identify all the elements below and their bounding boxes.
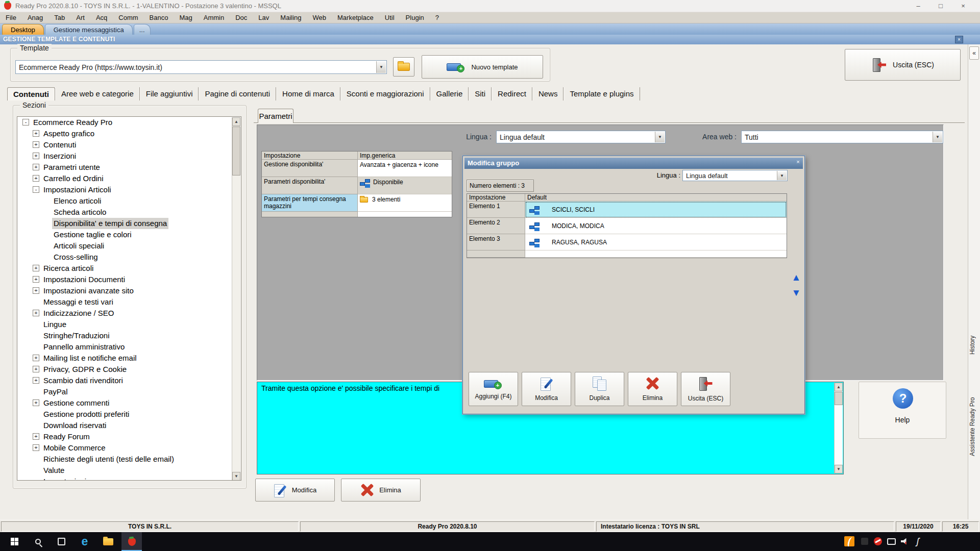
element-row-1[interactable]: Elemento 1SCICLI, SCICLI <box>467 202 787 218</box>
tab-news[interactable]: News <box>532 87 564 101</box>
side-tab-assistente[interactable]: Assistente Ready Pro <box>969 364 979 489</box>
menu-help[interactable]: ? <box>430 12 445 23</box>
expand-icon[interactable]: + <box>33 164 39 170</box>
tree-item-gestione-prodotti-preferiti[interactable]: Gestione prodotti preferiti <box>17 409 241 420</box>
elimina-button[interactable]: Elimina <box>341 479 421 502</box>
setting-value-cell[interactable]: 3 elementi <box>358 194 452 212</box>
tab-aree-web-e-categorie[interactable]: Aree web e categorie <box>55 87 140 101</box>
tree-item-impostazioni-documenti[interactable]: +Impostazioni Documenti <box>17 274 241 285</box>
tray-display-icon[interactable] <box>885 535 897 547</box>
tree-item-paypal[interactable]: PayPal <box>17 386 241 397</box>
dialog-titlebar[interactable]: Modifica gruppo <box>464 158 803 169</box>
info-scrollbar-thumb[interactable] <box>835 392 843 405</box>
area-web-select[interactable]: Tutti ▼ <box>741 131 943 143</box>
menu-lav[interactable]: Lav <box>253 12 275 23</box>
chevron-down-icon[interactable]: ▼ <box>655 132 665 142</box>
menu-comm[interactable]: Comm <box>113 12 143 23</box>
exit-button[interactable]: Uscita (ESC) <box>845 49 961 81</box>
maximize-button[interactable]: □ <box>930 0 951 12</box>
lingua-select[interactable]: Lingua default ▼ <box>496 131 666 143</box>
mdi-tab-desktop[interactable]: Desktop <box>2 24 44 35</box>
collapse-icon[interactable]: - <box>22 119 29 126</box>
menu-file[interactable]: File <box>0 12 22 23</box>
tree-scrollbar-thumb[interactable] <box>232 127 240 176</box>
expand-icon[interactable]: + <box>33 377 39 384</box>
tree-item-gestione-commenti[interactable]: +Gestione commenti <box>17 397 241 409</box>
tree-item-carrello-ed-ordini[interactable]: +Carrello ed Ordini <box>17 173 241 184</box>
scroll-up-icon[interactable]: ▲ <box>835 383 843 391</box>
tree-item-impostazioni-avanzate-sito[interactable]: +Impostazioni avanzate sito <box>17 285 241 296</box>
tree-item-elenco-articoli[interactable]: Elenco articoli <box>17 195 241 207</box>
tree-item-impostazioni[interactable]: Impostazioni <box>17 476 241 481</box>
expand-icon[interactable]: + <box>33 310 39 316</box>
tree-item-ready-forum[interactable]: +Ready Forum <box>17 431 241 442</box>
menu-anag[interactable]: Anag <box>22 12 48 23</box>
menu-mailing[interactable]: Mailing <box>275 12 307 23</box>
tray-background-app-icon[interactable] <box>859 535 871 547</box>
menu-acq[interactable]: Acq <box>90 12 113 23</box>
menu-web[interactable]: Web <box>307 12 332 23</box>
taskbar-start-button[interactable] <box>4 532 24 551</box>
tab-sconti-e-maggiorazioni[interactable]: Sconti e maggiorazioni <box>340 87 430 101</box>
settings-row-parametri-disponibilita[interactable]: Parametri disponibilita'Disponibile <box>262 177 452 194</box>
setting-value-cell[interactable]: Disponibile <box>358 177 452 194</box>
taskbar-task-view-button[interactable] <box>51 532 71 551</box>
tree-item-articoli-speciali[interactable]: Articoli speciali <box>17 240 241 252</box>
tree-item-scambio-dati-rivenditori[interactable]: +Scambio dati rivenditori <box>17 375 241 386</box>
tree-item-ecommerce-ready-pro[interactable]: -Ecommerce Ready Pro <box>17 117 241 128</box>
tree-item-messaggi-e-testi-vari[interactable]: Messaggi e testi vari <box>17 296 241 308</box>
open-template-folder-button[interactable] <box>393 57 414 77</box>
tab-redirect[interactable]: Redirect <box>492 87 532 101</box>
tab-gallerie[interactable]: Gallerie <box>430 87 469 101</box>
tree-item-valute[interactable]: Valute <box>17 465 241 476</box>
element-value-cell[interactable]: RAGUSA, RAGUSA <box>525 234 787 251</box>
scroll-down-icon[interactable]: ▼ <box>835 465 843 473</box>
taskbar-edge-button[interactable] <box>75 532 95 551</box>
chevron-down-icon[interactable]: ▼ <box>376 61 386 73</box>
tray-antivirus-icon[interactable] <box>872 535 884 547</box>
expand-icon[interactable]: + <box>33 130 39 137</box>
dialog-duplica-button[interactable]: Duplica <box>575 372 624 406</box>
tree-item-mailing-list-e-notifiche-email[interactable]: +Mailing list e notifiche email <box>17 353 241 364</box>
tab-template-e-plugins[interactable]: Template e plugins <box>564 87 640 101</box>
tree-item-cross-selling[interactable]: Cross-selling <box>17 252 241 263</box>
tab-pagine-di-contenuti[interactable]: Pagine di contenuti <box>199 87 276 101</box>
tree-item-ricerca-articoli[interactable]: +Ricerca articoli <box>17 263 241 274</box>
side-tab-history[interactable]: History <box>969 329 979 361</box>
tree-item-scheda-articolo[interactable]: Scheda articolo <box>17 207 241 218</box>
tree-item-mobile-commerce[interactable]: +Mobile Commerce <box>17 442 241 454</box>
dialog-uscita-esc-button[interactable]: Uscita (ESC) <box>681 372 730 406</box>
taskbar-search-button[interactable] <box>28 532 48 551</box>
move-up-button[interactable]: ▲ <box>790 271 803 284</box>
tree-item-disponibilita-e-tempi-di-consegna[interactable]: Disponibilita' e tempi di consegna <box>17 218 241 229</box>
new-template-button[interactable]: Nuovo template <box>422 55 543 79</box>
tab-parametri[interactable]: Parametri <box>258 109 293 123</box>
tree-item-lingue[interactable]: Lingue <box>17 319 241 330</box>
tree-item-contenuti[interactable]: +Contenuti <box>17 139 241 151</box>
tree-item-aspetto-grafico[interactable]: +Aspetto grafico <box>17 128 241 139</box>
expand-icon[interactable]: + <box>33 175 39 182</box>
chevron-down-icon[interactable]: ▼ <box>777 171 787 180</box>
info-scrollbar[interactable]: ▲ ▼ <box>834 383 843 473</box>
expand-icon[interactable]: + <box>33 153 39 159</box>
tree-item-parametri-utente[interactable]: +Parametri utente <box>17 162 241 173</box>
tree-item-gestione-taglie-e-colori[interactable]: Gestione taglie e colori <box>17 229 241 240</box>
mdi-tab-help[interactable]: ... <box>134 24 151 35</box>
tab-home-di-marca[interactable]: Home di marca <box>276 87 340 101</box>
mdi-tab-gestione-messaggistica[interactable]: Gestione messaggistica <box>45 24 133 35</box>
expand-icon[interactable]: + <box>33 399 39 406</box>
taskbar-file-explorer-button[interactable] <box>98 532 118 551</box>
element-value-cell[interactable]: MODICA, MODICA <box>525 218 787 234</box>
dialog-close-icon[interactable]: × <box>794 158 802 166</box>
scroll-down-icon[interactable]: ▼ <box>232 472 240 481</box>
module-close-icon[interactable]: × <box>955 36 963 43</box>
dialog-elimina-button[interactable]: Elimina <box>628 372 677 406</box>
expand-icon[interactable]: + <box>33 276 39 283</box>
menu-mag[interactable]: Mag <box>174 12 198 23</box>
expand-icon[interactable]: + <box>33 287 39 294</box>
template-select[interactable]: Ecommerce Ready Pro (https://www.toysin.… <box>15 60 387 74</box>
modifica-button[interactable]: Modifica <box>255 479 335 502</box>
tree-scrollbar[interactable]: ▲ ▼ <box>232 117 240 481</box>
expand-icon[interactable]: + <box>33 141 39 148</box>
tray-handwriting-icon[interactable] <box>912 535 924 547</box>
